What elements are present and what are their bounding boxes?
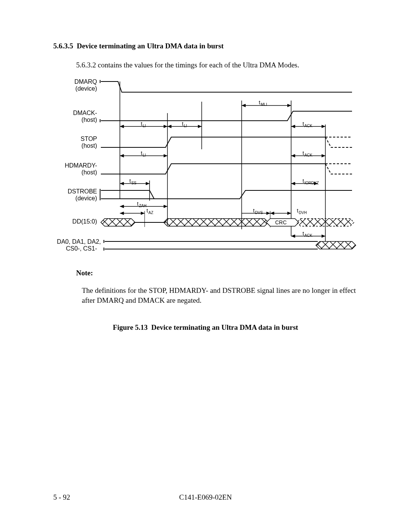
svg-text:t: t <box>303 121 304 127</box>
figure-number: Figure 5.13 <box>113 323 148 331</box>
svg-text:ACK: ACK <box>304 124 312 128</box>
svg-text:DVH: DVH <box>299 211 307 215</box>
section-heading: 5.6.3.5 Device terminating an Ultra DMA … <box>53 42 358 50</box>
section-title: Device terminating an Ultra DMA data in … <box>77 42 224 50</box>
label-stop-sub: (host) <box>81 142 97 149</box>
page-footer: 5 - 92 C141-E069-02EN <box>53 493 358 502</box>
svg-text:t: t <box>297 208 298 214</box>
timing-diagram: DMARQ (device) DMACK- (host) STOP (host)… <box>51 77 358 257</box>
svg-text:MLI: MLI <box>261 102 267 107</box>
svg-text:t: t <box>129 178 131 184</box>
figure-title: Device terminating an Ultra DMA data in … <box>151 323 298 331</box>
svg-text:SS: SS <box>131 181 137 185</box>
label-hdmardy: HDMARDY- <box>65 162 97 169</box>
svg-text:ACK: ACK <box>304 233 312 238</box>
intro-text: 5.6.3.2 contains the values for the timi… <box>76 61 358 69</box>
svg-text:t: t <box>259 99 260 105</box>
footer-docid: C141-E069-02EN <box>53 493 358 502</box>
svg-text:LI: LI <box>184 124 187 128</box>
note-body: The definitions for the STOP, HDMARDY- a… <box>82 286 356 305</box>
svg-text:t: t <box>137 201 139 207</box>
svg-text:LI: LI <box>143 124 146 128</box>
figure-caption: Figure 5.13 Device terminating an Ultra … <box>53 323 358 332</box>
svg-text:ACK: ACK <box>304 153 312 157</box>
svg-text:IORDYZ: IORDYZ <box>304 181 319 185</box>
svg-text:ZAH: ZAH <box>139 204 147 208</box>
svg-text:t: t <box>303 178 304 184</box>
label-dmack-sub: (host) <box>81 117 97 123</box>
label-dstrobe-sub: (device) <box>75 195 97 201</box>
label-stop: STOP <box>81 136 97 142</box>
page-content: 5.6.3.5 Device terminating an Ultra DMA … <box>53 42 358 332</box>
svg-text:t: t <box>141 121 142 127</box>
svg-text:CRC: CRC <box>275 219 287 225</box>
svg-text:t: t <box>141 150 142 156</box>
label-hdmardy-sub: (host) <box>81 169 97 176</box>
label-dmarq-sub: (device) <box>75 85 97 92</box>
label-dmarq: DMARQ <box>74 78 97 85</box>
note-heading: Note: <box>76 269 358 277</box>
svg-text:t: t <box>303 150 304 156</box>
label-dd: DD(15:0) <box>72 218 97 225</box>
svg-text:t: t <box>147 208 148 214</box>
svg-text:AZ: AZ <box>148 211 153 215</box>
label-dstrobe: DSTROBE <box>68 188 97 195</box>
label-da-sub: CS0-, CS1- <box>66 245 97 252</box>
svg-text:t: t <box>253 208 255 214</box>
svg-text:DVS: DVS <box>255 211 263 215</box>
label-da: DA0, DA1, DA2, <box>57 238 101 245</box>
section-number: 5.6.3.5 <box>53 42 73 50</box>
svg-text:LI: LI <box>143 153 146 157</box>
svg-text:t: t <box>182 121 183 127</box>
svg-text:t: t <box>303 230 304 236</box>
label-dmack: DMACK- <box>73 110 97 116</box>
